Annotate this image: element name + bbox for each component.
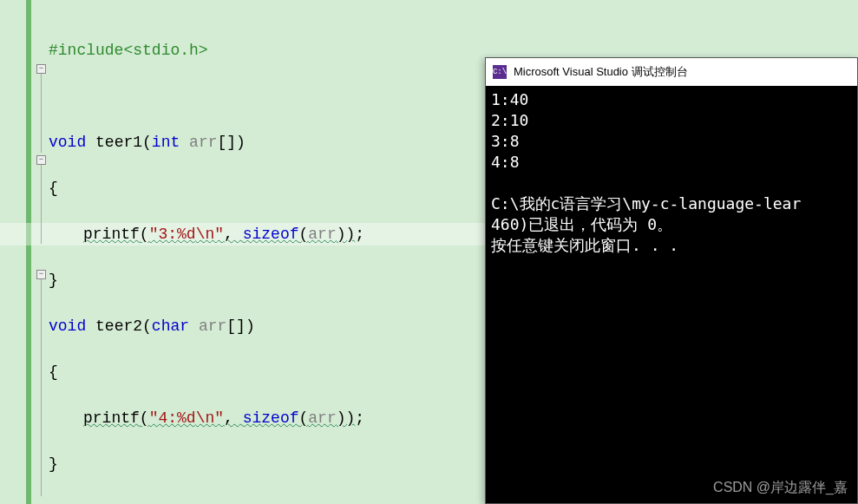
fold-line xyxy=(41,279,42,496)
fold-line xyxy=(41,74,42,153)
console-window[interactable]: C:\ Microsoft Visual Studio 调试控制台 1:40 2… xyxy=(485,57,858,504)
output-line: 460)已退出，代码为 0。 xyxy=(491,215,672,233)
return-type: void xyxy=(49,317,86,335)
output-line: 2:10 xyxy=(491,111,528,129)
output-line: 3:8 xyxy=(491,132,520,150)
param-type: int xyxy=(152,134,180,151)
param-type: char xyxy=(152,317,189,335)
fold-toggle-main[interactable]: − xyxy=(36,270,46,279)
printf-call: printf xyxy=(83,226,140,243)
param-name: arr xyxy=(189,134,217,151)
printf-call: printf xyxy=(83,409,140,427)
console-title: Microsoft Visual Studio 调试控制台 xyxy=(514,64,688,80)
code-content[interactable]: #include<stdio.h> void teer1(int arr[]) … xyxy=(49,16,374,504)
watermark: CSDN @岸边露伴_嘉 xyxy=(713,479,848,497)
vs-console-icon: C:\ xyxy=(493,65,507,79)
console-titlebar[interactable]: C:\ Microsoft Visual Studio 调试控制台 xyxy=(486,58,857,86)
func-name: teer1 xyxy=(95,134,142,151)
output-line: C:\我的c语言学习\my-c-language-lear xyxy=(491,194,801,213)
output-line: 1:40 xyxy=(491,90,528,108)
include-directive: #include xyxy=(49,42,123,59)
output-line: 4:8 xyxy=(491,153,520,171)
output-line: 按任意键关闭此窗口. . . xyxy=(491,236,678,254)
fold-toggle-func1[interactable]: − xyxy=(36,64,46,74)
change-gutter xyxy=(26,0,31,504)
return-type: void xyxy=(49,134,86,151)
include-header: <stdio.h> xyxy=(123,42,207,59)
console-output[interactable]: 1:40 2:10 3:8 4:8 C:\我的c语言学习\my-c-langua… xyxy=(486,86,857,259)
param-name: arr xyxy=(199,317,226,335)
func-name: teer2 xyxy=(95,317,142,335)
fold-line xyxy=(41,165,42,244)
fold-toggle-func2[interactable]: − xyxy=(36,155,46,165)
